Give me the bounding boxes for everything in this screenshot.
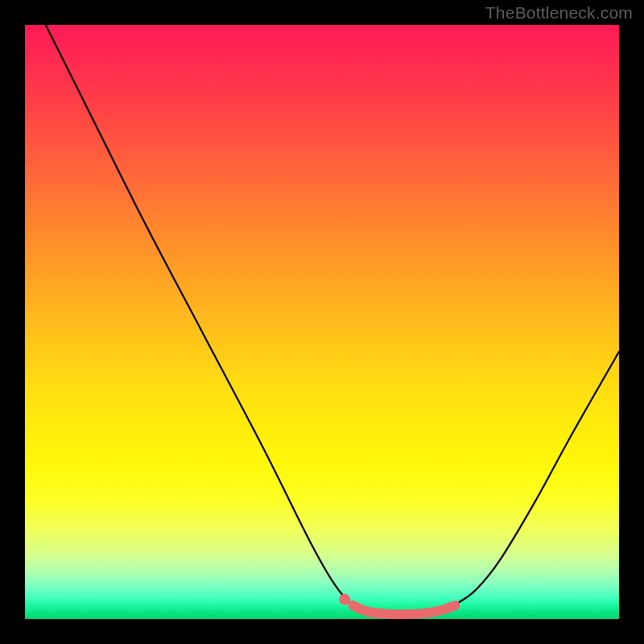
highlight-dot: [339, 594, 350, 605]
plot-area: [25, 25, 619, 619]
chart-frame: TheBottleneck.com: [0, 0, 644, 644]
highlight-path: [353, 605, 455, 614]
chart-svg: [25, 25, 619, 619]
attribution-label: TheBottleneck.com: [485, 3, 633, 23]
curve-path: [46, 25, 619, 615]
